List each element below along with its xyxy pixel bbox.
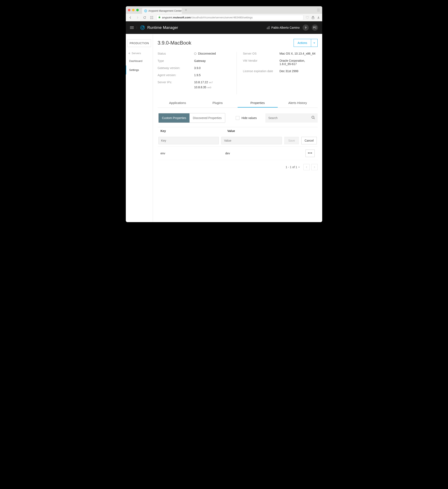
- property-key-input[interactable]: [158, 137, 219, 144]
- svg-rect-1: [151, 16, 151, 17]
- window-minimize-icon[interactable]: [132, 9, 135, 11]
- server-os-label: Server OS: [243, 52, 280, 55]
- svg-point-9: [143, 26, 144, 27]
- runtime-manager-icon: [140, 25, 145, 30]
- organization-name: Pablo Alberto Camino: [272, 26, 300, 29]
- toggle-custom-properties[interactable]: Custom Properties: [159, 113, 190, 123]
- menu-button[interactable]: [130, 26, 137, 29]
- sidebar-item-dashboard[interactable]: Dashboard: [126, 57, 153, 66]
- new-tab-button[interactable]: +: [184, 8, 188, 13]
- save-button[interactable]: Save: [284, 137, 299, 144]
- environment-selector[interactable]: PRODUCTION: [128, 39, 151, 47]
- gateway-version-label: Gateway version:: [158, 66, 194, 70]
- browser-tab[interactable]: Anypoint Management Center: [142, 8, 182, 14]
- actions-label: Actions: [294, 39, 311, 47]
- window-close-icon[interactable]: [128, 9, 130, 11]
- help-button[interactable]: ?: [303, 25, 309, 31]
- lock-icon: [158, 16, 161, 19]
- svg-rect-12: [269, 26, 270, 29]
- window-maximize-icon[interactable]: [136, 9, 139, 11]
- nav-back-button[interactable]: [128, 15, 133, 20]
- organization-icon: [266, 26, 270, 29]
- svg-rect-5: [159, 17, 160, 18]
- page-title: 3.9.0-MacBook: [158, 40, 191, 46]
- search-icon: [311, 116, 315, 120]
- vm-vendor-value: Oracle Corporation, 1.8.0_65-b17: [280, 59, 318, 66]
- hide-values-checkbox[interactable]: [236, 116, 240, 120]
- svg-point-0: [145, 10, 146, 12]
- svg-rect-10: [267, 28, 268, 29]
- properties-header-value: Value: [227, 129, 315, 133]
- share-icon[interactable]: [311, 16, 315, 19]
- license-exp-label: License expiration date: [243, 69, 280, 73]
- tab-properties[interactable]: Properties: [238, 99, 278, 108]
- pagination-prev-button[interactable]: [304, 164, 310, 170]
- app-title: Runtime Manager: [147, 25, 178, 30]
- license-exp-value: Dec 31st 2999: [280, 69, 298, 73]
- cancel-button[interactable]: Cancel: [301, 137, 317, 144]
- pagination-next-button[interactable]: [311, 164, 318, 170]
- agent-version-value: 1.9.5: [194, 74, 200, 77]
- apps-grid-icon[interactable]: [149, 15, 154, 20]
- browser-tab-bar: Anypoint Management Center +: [126, 6, 322, 14]
- download-icon[interactable]: [317, 16, 320, 19]
- tab-applications[interactable]: Applications: [158, 99, 198, 108]
- hide-values-label: Hide values: [241, 116, 257, 120]
- property-value-input[interactable]: [221, 137, 282, 144]
- properties-header-key: Key: [160, 129, 227, 133]
- arrow-left-icon: [128, 52, 130, 54]
- row-more-button[interactable]: •••: [305, 149, 315, 157]
- gateway-version-value: 3.9.0: [194, 66, 200, 70]
- svg-point-13: [312, 116, 314, 118]
- status-value: Disconnected: [198, 52, 216, 55]
- user-avatar[interactable]: PC: [312, 25, 318, 31]
- server-os-value: Mac OS X, 10.13.4_x86_64: [280, 52, 316, 55]
- sidebar-back-label: Servers: [132, 52, 141, 55]
- svg-rect-3: [151, 18, 151, 19]
- svg-rect-11: [268, 27, 269, 29]
- tab-plugins[interactable]: Plugins: [198, 99, 238, 108]
- svg-rect-2: [152, 16, 153, 17]
- svg-point-8: [142, 27, 144, 29]
- url-domain: mulesoft.com: [173, 16, 191, 19]
- status-disconnected-icon: [194, 52, 196, 55]
- sidebar-back-servers[interactable]: Servers: [126, 50, 153, 57]
- mulesoft-favicon-icon: [144, 9, 147, 12]
- url-path: /cloudhub/#/console/servers/server/46348…: [191, 16, 253, 19]
- tabs-overview-icon[interactable]: [317, 8, 320, 12]
- svg-rect-4: [152, 18, 153, 19]
- property-row: env dev •••: [158, 147, 318, 160]
- browser-tab-title: Anypoint Management Center: [148, 9, 182, 12]
- tab-alerts-history[interactable]: Alerts History: [278, 99, 318, 108]
- sidebar-item-settings[interactable]: Settings: [126, 66, 153, 75]
- organization-selector[interactable]: Pablo Alberto Camino: [266, 26, 300, 29]
- favorite-icon[interactable]: [305, 16, 309, 19]
- type-value: Gateway: [194, 59, 206, 63]
- nav-forward-button[interactable]: [135, 15, 140, 20]
- chevron-down-icon: [298, 166, 300, 168]
- search-input[interactable]: [265, 113, 318, 123]
- status-label: Status: [158, 52, 194, 55]
- nav-reload-button[interactable]: [142, 15, 147, 20]
- property-row-value: dev: [225, 152, 305, 155]
- url-prefix: anypoint.: [162, 16, 173, 19]
- server-ips-label: Server IPs:: [158, 81, 194, 84]
- server-ips-value: 10.8.17.22en7 10.8.8.35en0: [194, 81, 213, 91]
- vm-vendor-label: VM Vendor: [243, 59, 280, 62]
- pagination-info[interactable]: 1 - 1 of 1: [286, 166, 300, 169]
- chevron-down-icon: [311, 39, 317, 47]
- url-bar[interactable]: anypoint.mulesoft.com/cloudhub/#/console…: [156, 15, 304, 20]
- type-label: Type: [158, 59, 194, 63]
- agent-version-label: Agent version:: [158, 74, 194, 77]
- toggle-discovered-properties[interactable]: Discovered Properties: [190, 113, 225, 123]
- property-row-key: env: [160, 152, 225, 155]
- actions-dropdown-button[interactable]: Actions: [294, 39, 318, 47]
